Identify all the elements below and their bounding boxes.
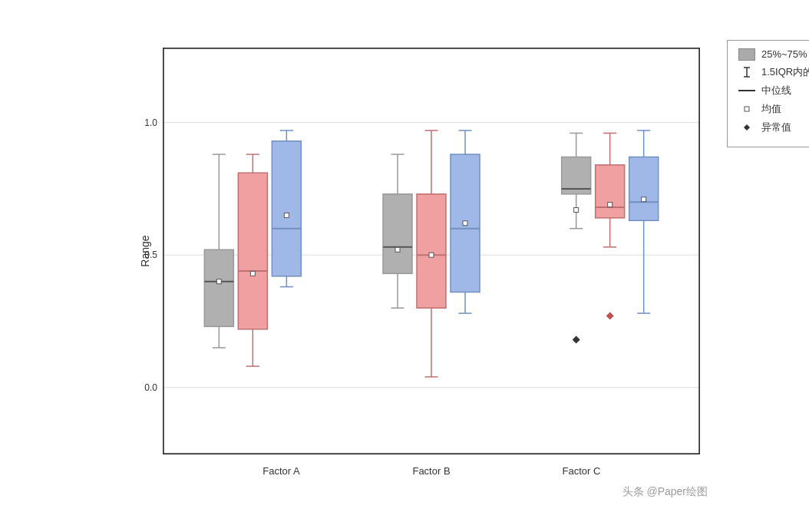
svg-marker-48 <box>573 335 580 343</box>
legend-label-box: 25%~75% <box>761 48 807 60</box>
svg-rect-54 <box>608 202 613 207</box>
legend-item-median: 中位线 <box>738 84 809 97</box>
chart-svg: 0.00.51.0 <box>163 48 699 454</box>
legend-label-mean: 均值 <box>761 102 781 116</box>
legend-label-outlier: 异常值 <box>761 121 791 134</box>
legend-item-mean: 均值 <box>738 102 809 116</box>
svg-rect-41 <box>463 220 467 225</box>
x-label-factor-a: Factor A <box>263 465 299 477</box>
svg-rect-15 <box>238 173 267 329</box>
svg-rect-17 <box>250 271 255 276</box>
svg-rect-9 <box>204 249 233 326</box>
svg-text:0.5: 0.5 <box>144 249 157 260</box>
chart-wrap: Range 0.00.51.0 Factor A Factor B Factor… <box>117 32 715 508</box>
legend-item-whisker: 1.5IQR内的范围 <box>738 65 809 79</box>
svg-rect-66 <box>745 107 749 111</box>
svg-rect-35 <box>429 253 434 257</box>
legend-box-icon <box>738 48 755 61</box>
legend: 25%~75% 1.5IQR内的范围 中位线 <box>727 40 809 147</box>
legend-item-box: 25%~75% <box>738 48 809 61</box>
x-label-factor-c: Factor C <box>563 465 601 477</box>
legend-label-median: 中位线 <box>761 84 791 97</box>
svg-rect-47 <box>574 207 579 212</box>
chart-area: Range 0.00.51.0 Factor A Factor B Factor… <box>163 48 700 454</box>
legend-outlier-icon <box>738 124 755 131</box>
svg-rect-23 <box>284 213 289 217</box>
legend-line-icon <box>738 90 755 91</box>
legend-mean-icon <box>738 106 755 112</box>
legend-label-whisker: 1.5IQR内的范围 <box>761 65 809 79</box>
x-label-factor-b: Factor B <box>412 465 450 477</box>
svg-rect-11 <box>216 279 221 283</box>
svg-rect-33 <box>417 193 446 307</box>
svg-marker-67 <box>744 124 750 131</box>
legend-whisker-icon <box>738 66 755 78</box>
svg-rect-27 <box>383 193 412 273</box>
svg-rect-29 <box>395 247 400 252</box>
watermark: 头条 @Paper绘图 <box>622 485 708 499</box>
chart-container: Range 0.00.51.0 Factor A Factor B Factor… <box>0 0 809 532</box>
svg-text:0.0: 0.0 <box>144 382 157 392</box>
svg-marker-55 <box>606 312 614 319</box>
svg-rect-59 <box>629 157 659 220</box>
svg-text:1.0: 1.0 <box>144 117 157 127</box>
svg-rect-21 <box>272 140 301 276</box>
whisker-svg <box>738 66 755 78</box>
legend-item-outlier: 异常值 <box>738 121 809 134</box>
svg-rect-52 <box>596 164 625 217</box>
mean-svg <box>744 106 750 112</box>
outlier-svg <box>744 124 750 131</box>
svg-rect-61 <box>642 197 646 201</box>
